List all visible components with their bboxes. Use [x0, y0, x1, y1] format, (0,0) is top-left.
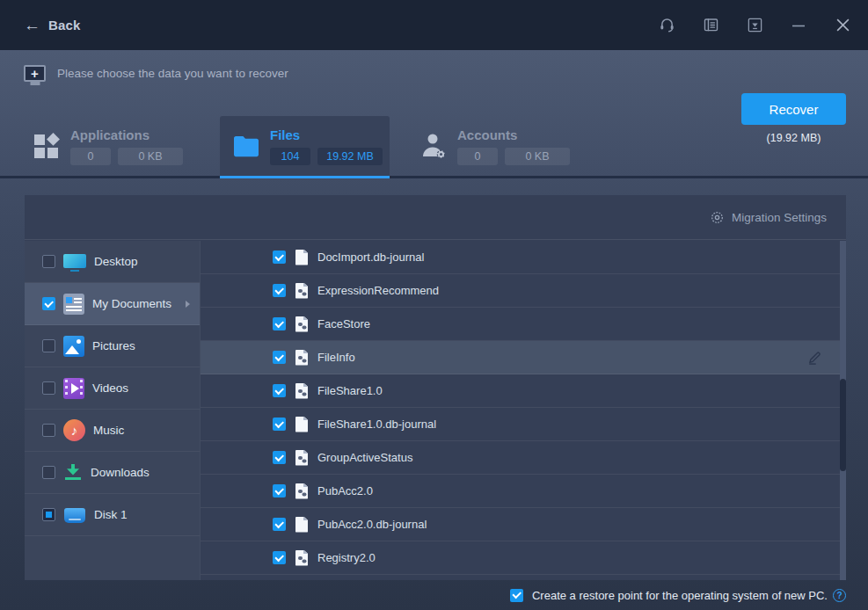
- file-checkbox[interactable]: [273, 317, 286, 330]
- count-badge: 0: [70, 148, 111, 165]
- file-icon: [295, 450, 308, 466]
- file-icon: [295, 550, 308, 566]
- tab-label: Applications: [70, 127, 183, 142]
- count-badge: 0: [457, 148, 498, 165]
- accounts-icon: [419, 131, 449, 161]
- file-checkbox[interactable]: [273, 551, 286, 564]
- category-label: My Documents: [92, 297, 171, 310]
- file-row[interactable]: PubAcc2.0.db-journal: [201, 508, 846, 541]
- category-checkbox[interactable]: [42, 255, 55, 268]
- file-checkbox[interactable]: [273, 284, 286, 297]
- category-icon: [63, 419, 85, 441]
- chevron-right-icon[interactable]: [186, 301, 190, 308]
- minimize-button[interactable]: [789, 16, 808, 35]
- file-icon: [295, 283, 308, 299]
- migration-settings-label: Migration Settings: [732, 211, 827, 224]
- category-icon: [63, 336, 84, 357]
- sidebar-category-row[interactable]: My Documents: [25, 283, 200, 325]
- close-button[interactable]: [833, 16, 852, 35]
- file-name: PubAcc2.0.db-journal: [317, 518, 427, 531]
- file-row[interactable]: GroupActiveStatus: [201, 441, 846, 475]
- file-checkbox[interactable]: [273, 384, 286, 397]
- category-checkbox[interactable]: [42, 466, 55, 479]
- category-label: Disk 1: [94, 508, 128, 521]
- size-badge: 19.92 MB: [317, 148, 383, 165]
- file-row[interactable]: Registry2.0: [201, 541, 846, 575]
- scrollbar-thumb[interactable]: [840, 379, 846, 471]
- sidebar-category-row[interactable]: Music: [25, 410, 200, 452]
- restore-point-label: Create a restore point for the operating…: [532, 589, 828, 602]
- tab-label: Files: [270, 127, 383, 142]
- support-headset-icon[interactable]: [657, 16, 676, 35]
- file-checkbox[interactable]: [273, 518, 286, 531]
- tab-files[interactable]: Files 104 19.92 MB: [220, 116, 390, 176]
- migration-settings-button[interactable]: Migration Settings: [710, 210, 827, 225]
- file-name: FileInfo: [317, 351, 355, 364]
- file-checkbox[interactable]: [273, 351, 286, 364]
- file-checkbox[interactable]: [273, 251, 286, 264]
- help-icon[interactable]: ?: [833, 589, 846, 602]
- sidebar-category-row[interactable]: Pictures: [25, 325, 200, 367]
- sidebar-category-row[interactable]: Downloads: [25, 452, 200, 494]
- back-arrow-icon: ←: [24, 17, 40, 33]
- user-guide-icon[interactable]: [701, 16, 720, 35]
- file-list: DocImport.db-journal ExpressionRecommend…: [201, 241, 846, 580]
- sidebar-category-row[interactable]: Disk 1: [25, 494, 200, 536]
- restore-point-checkbox[interactable]: [510, 589, 523, 602]
- recover-button[interactable]: Recover: [741, 93, 846, 125]
- category-checkbox[interactable]: [42, 339, 55, 352]
- category-label: Pictures: [92, 339, 135, 352]
- file-checkbox[interactable]: [273, 484, 286, 497]
- file-icon: [295, 383, 308, 399]
- category-icon: [63, 505, 86, 526]
- file-checkbox[interactable]: [273, 451, 286, 464]
- file-icon: [295, 417, 308, 432]
- sidebar-category-row[interactable]: Videos: [25, 367, 200, 410]
- file-name: FileShare1.0: [317, 384, 383, 397]
- file-name: PubAcc2.0: [317, 484, 373, 497]
- file-icon: [295, 350, 308, 366]
- scrollbar-track[interactable]: [840, 241, 846, 580]
- category-checkbox[interactable]: [42, 508, 55, 521]
- category-label: Videos: [92, 381, 128, 395]
- file-icon: [295, 250, 308, 265]
- category-checkbox[interactable]: [42, 424, 55, 437]
- file-name: FaceStore: [317, 317, 370, 330]
- file-row[interactable]: PubAcc2.0: [201, 475, 846, 508]
- category-label: Downloads: [91, 466, 150, 479]
- recover-total-size: (19.92 MB): [741, 132, 846, 144]
- gear-icon: [710, 210, 725, 225]
- file-name: DocImport.db-journal: [317, 251, 424, 264]
- add-pc-icon: +: [24, 65, 46, 82]
- edit-pencil-icon[interactable]: [806, 349, 823, 367]
- applications-icon: [32, 133, 62, 160]
- file-row[interactable]: FaceStore: [201, 308, 846, 341]
- category-checkbox[interactable]: [42, 381, 55, 395]
- file-row[interactable]: FileInfo: [201, 341, 846, 374]
- back-label: Back: [48, 18, 81, 33]
- files-folder-icon: [231, 134, 261, 158]
- count-badge: 104: [270, 148, 310, 165]
- back-button[interactable]: ← Back: [24, 17, 81, 33]
- category-label: Music: [93, 424, 124, 437]
- file-row[interactable]: FileShare1.0.db-journal: [201, 408, 846, 441]
- size-badge: 0 KB: [505, 148, 570, 165]
- sidebar-category-row[interactable]: Desktop: [25, 241, 200, 283]
- file-name: Registry2.0: [317, 551, 376, 564]
- category-sidebar: Desktop My Documents Pictures Videos Mus…: [25, 241, 201, 580]
- file-row[interactable]: FileShare1.0: [201, 374, 846, 408]
- category-checkbox[interactable]: [42, 297, 55, 310]
- file-row[interactable]: ExpressionRecommend: [201, 274, 846, 308]
- tab-applications[interactable]: Applications 0 0 KB: [32, 116, 183, 176]
- file-icon: [295, 316, 308, 332]
- titlebar: ← Back: [0, 0, 868, 50]
- file-name: FileShare1.0.db-journal: [317, 418, 436, 431]
- category-icon: [63, 252, 86, 272]
- file-name: GroupActiveStatus: [317, 451, 412, 464]
- prompt: + Please choose the data you want to rec…: [24, 65, 288, 82]
- file-row[interactable]: DocImport.db-journal: [201, 241, 846, 274]
- tab-accounts[interactable]: Accounts 0 0 KB: [419, 116, 570, 176]
- file-checkbox[interactable]: [273, 418, 286, 431]
- menu-dropdown-icon[interactable]: [745, 16, 764, 35]
- category-label: Desktop: [94, 255, 138, 268]
